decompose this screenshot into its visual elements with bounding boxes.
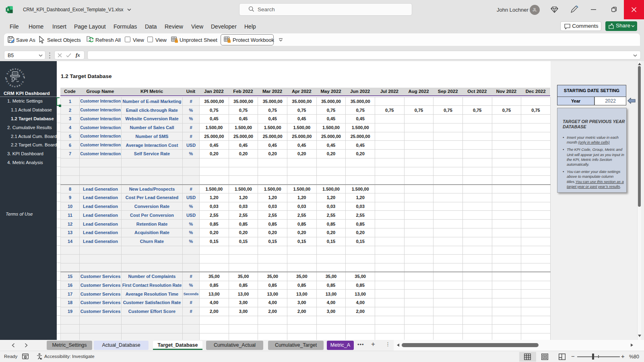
svg-text:R: R: [9, 69, 12, 72]
svg-text:L: L: [21, 71, 23, 73]
svg-text:C: C: [6, 80, 8, 82]
svg-text:C: C: [17, 68, 19, 71]
svg-text:X: X: [7, 8, 9, 12]
svg-text:I: I: [8, 70, 10, 73]
svg-text:R: R: [18, 84, 21, 87]
svg-text:S: S: [6, 72, 9, 75]
svg-text:L: L: [7, 82, 10, 85]
svg-text:X: X: [14, 86, 15, 88]
svg-text:C: C: [11, 85, 14, 88]
svg-text:I: I: [20, 83, 23, 85]
svg-text:X: X: [14, 68, 16, 70]
svg-text:E: E: [16, 85, 18, 88]
svg-text:O: O: [5, 78, 7, 80]
svg-text:C: C: [22, 73, 25, 76]
svg-text:O: O: [23, 76, 25, 78]
svg-text:E: E: [12, 68, 14, 71]
svg-text:S: S: [21, 81, 24, 83]
